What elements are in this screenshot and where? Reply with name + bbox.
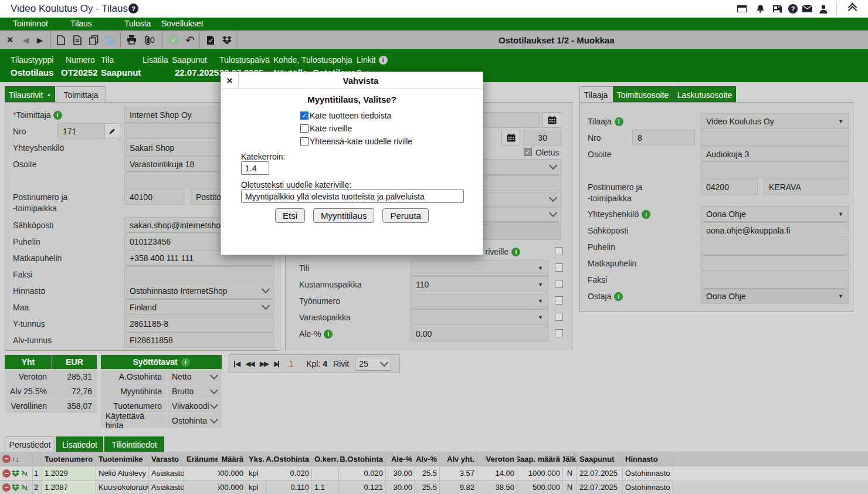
collapse-chevrons-icon[interactable] bbox=[846, 4, 858, 14]
customer-city-field[interactable]: KERAVA bbox=[764, 179, 849, 195]
ale-checkbox[interactable] bbox=[555, 329, 563, 337]
calendar-button[interactable] bbox=[542, 112, 561, 128]
cell-tuotenumero[interactable]: 1.2029 bbox=[42, 466, 96, 481]
tab-toimitusosoite[interactable]: Toimitusosoite bbox=[613, 86, 673, 103]
cell-ale[interactable]: 30.00 bbox=[386, 481, 415, 494]
cell-o-kerr[interactable] bbox=[312, 466, 339, 481]
cell-o-kerr[interactable]: 1.1 bbox=[312, 481, 339, 494]
supplier-edit-button[interactable] bbox=[104, 123, 120, 139]
grid-header[interactable]: A.Ostohinta bbox=[266, 452, 312, 466]
customer-nro-field[interactable]: 8 bbox=[632, 130, 695, 146]
cell-ale[interactable]: 30.00 bbox=[386, 466, 415, 481]
cell-saapunut[interactable]: 22.07.2025 bbox=[577, 481, 623, 494]
supplier-fax-field[interactable] bbox=[124, 266, 274, 282]
tili-checkbox[interactable] bbox=[555, 263, 563, 272]
cell-alv-yht[interactable]: 3.57 bbox=[440, 466, 477, 481]
delete-row-icon[interactable]: − bbox=[2, 483, 11, 492]
prev-page-icon[interactable]: ◀◀ bbox=[245, 360, 253, 368]
tab-lisatiedot[interactable]: Lisätiedot bbox=[56, 437, 103, 452]
unlink-icon[interactable] bbox=[21, 483, 29, 492]
grid-header[interactable]: Saapunut bbox=[577, 452, 623, 466]
grid-header[interactable]: Ale-% bbox=[386, 452, 415, 466]
user-icon[interactable] bbox=[818, 4, 829, 14]
tab-tilausrivit[interactable]: Tilausrivit▲ bbox=[5, 86, 55, 103]
table-row[interactable]: − 2 1.2087 Kuusiokoloruuvi M8X Asiakasto… bbox=[0, 481, 868, 494]
cell-maara[interactable]: 1000.000 bbox=[218, 466, 246, 481]
buyer-select[interactable]: Oona Ohje▼ bbox=[701, 288, 849, 304]
cell-jalk[interactable]: N bbox=[563, 481, 577, 494]
varastopaikka-select[interactable]: ▼ bbox=[411, 309, 548, 325]
oletusteksti-input[interactable]: Myyntipalkkio yllä olevista tuotteista j… bbox=[241, 190, 464, 203]
menu-sovellukset[interactable]: Sovellukset bbox=[161, 19, 204, 28]
cell-a-ostohinta[interactable]: 0.020 bbox=[266, 466, 312, 481]
input-mode-select[interactable]: Brutto bbox=[167, 384, 222, 398]
menu-tilaus[interactable]: Tilaus bbox=[70, 19, 92, 28]
undo-icon[interactable]: ↶ bbox=[183, 33, 197, 47]
delete-row-icon[interactable]: − bbox=[2, 469, 11, 478]
help-circle-icon[interactable]: ? bbox=[787, 4, 799, 14]
first-page-icon[interactable]: ◀ bbox=[234, 360, 239, 368]
cell-a-ostohinta[interactable]: 0.110 bbox=[266, 481, 312, 494]
title-help-icon[interactable]: ? bbox=[128, 4, 138, 13]
kustannuspaikka-checkbox[interactable] bbox=[555, 280, 563, 288]
customer-mobile-field[interactable] bbox=[701, 255, 849, 271]
grid-header[interactable]: Määrä bbox=[218, 452, 246, 466]
cell-tuotenimike[interactable]: Neliö Aluslevy M8 bbox=[96, 466, 149, 481]
copy-icon[interactable] bbox=[87, 33, 101, 47]
dropbox-row-icon[interactable] bbox=[12, 484, 19, 491]
supplier-pricelist-select[interactable]: Ostohinnasto InternetShop bbox=[124, 283, 274, 299]
checkbox-unchecked-icon[interactable] bbox=[300, 124, 308, 133]
contact-info-icon[interactable]: i bbox=[642, 210, 650, 219]
tyonumero-select[interactable]: ▼ bbox=[411, 293, 548, 309]
apply-all-checkbox[interactable] bbox=[555, 247, 563, 255]
grid-header[interactable]: Veroton bbox=[477, 452, 517, 466]
cell-alv-yht[interactable]: 9.82 bbox=[440, 481, 477, 494]
cell-b-ostohinta[interactable]: 0.020 bbox=[339, 466, 386, 481]
grid-header[interactable]: Eränumero bbox=[184, 452, 218, 466]
supplier-businessid-field[interactable]: 2861185-8 bbox=[124, 316, 274, 331]
table-row[interactable]: − 1 1.2029 Neliö Aluslevy M8 Asiakastoim… bbox=[0, 466, 868, 481]
document-check-icon[interactable] bbox=[204, 33, 218, 47]
grid-header[interactable]: Saap. määrä bbox=[517, 452, 563, 466]
cell-hinnasto[interactable]: Ostohinnasto bbox=[623, 466, 673, 481]
cell-b-ostohinta[interactable]: 0.121 bbox=[339, 481, 386, 494]
input-modes-info-icon[interactable]: i bbox=[181, 358, 190, 367]
peruuta-button[interactable]: Peruuta bbox=[382, 208, 429, 223]
cell-hinnasto[interactable]: Ostohinnasto bbox=[623, 481, 673, 494]
supplier-nro-field[interactable]: 171 bbox=[57, 123, 104, 139]
checkbox-row-kate-tuotteen[interactable]: ✓ Kate tuotteen tiedoista bbox=[300, 111, 391, 120]
menu-toiminnot[interactable]: Toiminnot bbox=[13, 19, 48, 28]
news-icon[interactable] bbox=[771, 4, 783, 14]
customer-address2-field[interactable] bbox=[701, 163, 849, 178]
myyntitilaus-button[interactable]: Myyntitilaus bbox=[313, 208, 374, 223]
notifications-bell-icon[interactable] bbox=[754, 4, 766, 14]
new-document-icon[interactable] bbox=[54, 33, 68, 47]
kustannuspaikka-select[interactable]: 110▼ bbox=[411, 276, 548, 292]
cell-veroton[interactable]: 14.00 bbox=[477, 466, 517, 481]
customer-phone-field[interactable] bbox=[701, 239, 849, 255]
cell-eranumero[interactable] bbox=[184, 481, 218, 494]
etsi-button[interactable]: Etsi bbox=[275, 208, 305, 223]
cell-varasto[interactable]: Asiakastoimitus bbox=[149, 481, 184, 494]
grid-header[interactable]: Alv-% bbox=[415, 452, 440, 466]
cell-eranumero[interactable] bbox=[184, 466, 218, 481]
close-record-icon[interactable]: × bbox=[3, 33, 17, 47]
supplier-zip-field[interactable]: 40100 bbox=[124, 189, 184, 205]
grid-header[interactable]: Tuotenimike bbox=[96, 452, 149, 466]
cell-veroton[interactable]: 38.50 bbox=[477, 481, 517, 494]
next-record-icon[interactable]: ▶ bbox=[33, 33, 47, 47]
supplier-country-select[interactable]: Finland bbox=[124, 299, 274, 315]
grid-header[interactable]: Hinnasto bbox=[623, 452, 673, 466]
grid-header[interactable]: Yks. bbox=[246, 452, 266, 466]
customer-zip-field[interactable]: 04200 bbox=[701, 179, 758, 195]
cell-saap-maara[interactable]: 1000.000 bbox=[517, 466, 563, 481]
ale-field[interactable]: 0.00 bbox=[411, 326, 548, 341]
cell-saapunut[interactable]: 22.07.2025 bbox=[577, 466, 623, 481]
print-icon[interactable] bbox=[124, 33, 138, 47]
cell-jalk[interactable]: N bbox=[563, 466, 577, 481]
input-mode-select[interactable]: Netto bbox=[167, 370, 222, 384]
checkbox-unchecked-icon[interactable] bbox=[300, 137, 308, 146]
current-page[interactable]: 1 bbox=[289, 359, 293, 368]
tab-laskutusosoite[interactable]: Laskutusosoite bbox=[673, 86, 736, 103]
grid-header[interactable]: O.kerr. bbox=[312, 452, 339, 466]
